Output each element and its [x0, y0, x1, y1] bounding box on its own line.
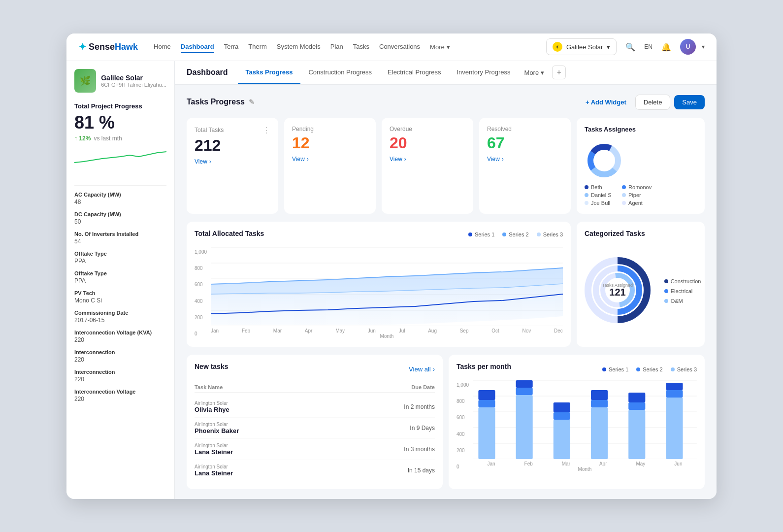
search-button[interactable]: 🔍	[622, 39, 638, 55]
nav-plan[interactable]: Plan	[330, 41, 343, 53]
legend-dot-om	[664, 299, 668, 303]
sidebar-field: No. Of Inverters Installed54	[74, 231, 166, 245]
pending-value: 12	[292, 134, 368, 152]
sidebar-field: Offtake TypePPA	[74, 270, 166, 284]
dashboard-title: Dashboard	[187, 68, 228, 77]
nav-home[interactable]: Home	[154, 41, 171, 53]
nav-dashboard[interactable]: Dashboard	[181, 41, 214, 53]
line-chart-title: Total Allocated Tasks	[195, 230, 264, 237]
legend-dot-joebull	[585, 201, 588, 205]
notification-button[interactable]: 🔔	[658, 39, 674, 55]
svg-rect-35	[591, 390, 608, 400]
sidebar-section-title: Total Project Progress	[74, 102, 166, 110]
overdue-view[interactable]: View ›	[390, 156, 465, 163]
legend-series1: Series 1	[468, 232, 494, 237]
total-tasks-value: 212	[195, 137, 270, 154]
delete-button[interactable]: Delete	[635, 95, 671, 110]
task-row: Airlington Solar Phoenix Baker In 9 Days	[195, 418, 435, 439]
logo-text: SenseHawk	[89, 42, 138, 52]
bar-legend-dot-s1	[602, 367, 606, 371]
bar-chart-svg	[473, 380, 697, 459]
svg-rect-34	[591, 400, 608, 407]
save-button[interactable]: Save	[674, 95, 705, 109]
line-chart-card: Total Allocated Tasks Series 1 Series 2	[187, 222, 571, 347]
legend-dot-construction	[664, 279, 668, 283]
sidebar: 🌿 Galilee Solar 6CFG+9H Talmei Eliyahu..…	[66, 61, 175, 499]
add-widget-button[interactable]: + Add Widget	[581, 95, 631, 109]
svg-rect-31	[554, 412, 570, 420]
top-nav: ✦ SenseHawk Home Dashboard Terra Therm S…	[66, 33, 717, 61]
bar-legend-series1: Series 1	[602, 366, 628, 372]
project-selector[interactable]: ☀ Galilee Solar ▾	[546, 38, 617, 55]
nav-therm[interactable]: Therm	[248, 41, 267, 53]
tab-tasks-progress[interactable]: Tasks Progress	[238, 62, 301, 84]
user-avatar[interactable]: U	[680, 39, 696, 55]
svg-rect-28	[516, 388, 533, 395]
new-tasks-title: New tasks	[195, 363, 228, 370]
view-all-link[interactable]: View all ›	[409, 366, 435, 373]
legend-dot-series2	[502, 233, 506, 236]
pending-card: Pending 12 View ›	[284, 118, 376, 214]
task-row: Airlington Solar Lana Steiner In 3 month…	[195, 439, 435, 460]
project-info: Galilee Solar 6CFG+9H Talmei Eliyahu...	[101, 74, 166, 88]
chevron-down-icon: ▾	[447, 43, 450, 51]
add-tab-button[interactable]: +	[552, 66, 566, 79]
sparkline-chart	[74, 148, 166, 167]
bar-legend-series3: Series 3	[671, 366, 697, 372]
donut-large-container: Tasks Assigned 121 Construction	[585, 243, 697, 339]
due-date-col-header: Due Date	[411, 384, 435, 390]
project-header: 🌿 Galilee Solar 6CFG+9H Talmei Eliyahu..…	[74, 69, 166, 93]
sidebar-field: Interconnection220	[74, 349, 166, 363]
nav-tasks[interactable]: Tasks	[353, 41, 369, 53]
tasks-table-header: Task Name Due Date	[195, 382, 435, 393]
trend-value: ↑ 12%	[74, 135, 91, 142]
edit-icon[interactable]: ✎	[249, 98, 255, 106]
sidebar-field: AC Capacity (MW)48	[74, 192, 166, 205]
categorized-donut-chart: Tasks Assigned 121	[581, 253, 654, 327]
line-chart-x-label: Month	[211, 333, 563, 339]
legend-dot-piper	[622, 193, 626, 197]
pending-view[interactable]: View ›	[292, 156, 368, 163]
arrow-right-icon: ›	[404, 156, 406, 163]
tab-electrical-progress[interactable]: Electrical Progress	[380, 62, 449, 84]
section-header: Tasks Progress ✎ + Add Widget Delete Sav…	[187, 95, 705, 110]
language-selector[interactable]: EN	[644, 43, 652, 50]
svg-rect-41	[666, 383, 683, 390]
assignees-card: Tasks Assignees Beth	[577, 118, 705, 214]
svg-rect-32	[554, 402, 570, 412]
nav-conversations[interactable]: Conversations	[379, 41, 420, 53]
nav-terra[interactable]: Terra	[224, 41, 239, 53]
resolved-view[interactable]: View ›	[487, 156, 563, 163]
tab-construction-progress[interactable]: Construction Progress	[300, 62, 380, 84]
legend-dot-electrical	[664, 289, 668, 293]
nav-system-models[interactable]: System Models	[277, 41, 321, 53]
categorized-title: Categorized Tasks	[585, 230, 697, 237]
tab-inventory-progress[interactable]: Inventory Progress	[449, 62, 518, 84]
sidebar-field: PV TechMono C Si	[74, 290, 166, 304]
project-name: Galilee Solar	[101, 74, 166, 82]
legend-beth: Beth	[585, 184, 614, 190]
tasks-per-month-legend: Series 1 Series 2 Series 3	[602, 366, 697, 372]
new-tasks-card: New tasks View all › Task Name Due Date …	[187, 355, 443, 489]
dashboard-area: Dashboard Tasks Progress Construction Pr…	[175, 61, 717, 499]
assignees-donut-chart	[585, 141, 624, 180]
tab-more[interactable]: More ▾	[519, 62, 551, 83]
categorized-legend: Construction Electrical O&M	[664, 278, 701, 304]
legend-om: O&M	[664, 298, 701, 304]
legend-romonov: Romonov	[622, 184, 652, 190]
sidebar-fields: AC Capacity (MW)48DC Capacity (MW)50No. …	[74, 192, 166, 402]
task-row: Airlington Solar Lana Steiner In 15 days	[195, 460, 435, 481]
stat-menu-icon[interactable]: ⋮	[262, 126, 270, 135]
project-thumbnail: 🌿	[74, 69, 96, 93]
legend-series2: Series 2	[502, 232, 528, 237]
arrow-right-icon: ›	[307, 156, 309, 163]
svg-rect-24	[478, 407, 495, 459]
legend-dot-romonov	[622, 185, 626, 189]
total-tasks-view[interactable]: View ›	[195, 158, 270, 165]
nav-more[interactable]: More ▾	[430, 41, 450, 53]
legend-construction: Construction	[664, 278, 701, 284]
legend-dot-agent	[622, 201, 626, 205]
overdue-card: Overdue 20 View ›	[382, 118, 473, 214]
resolved-value: 67	[487, 134, 563, 152]
solar-icon: ☀	[553, 42, 562, 52]
